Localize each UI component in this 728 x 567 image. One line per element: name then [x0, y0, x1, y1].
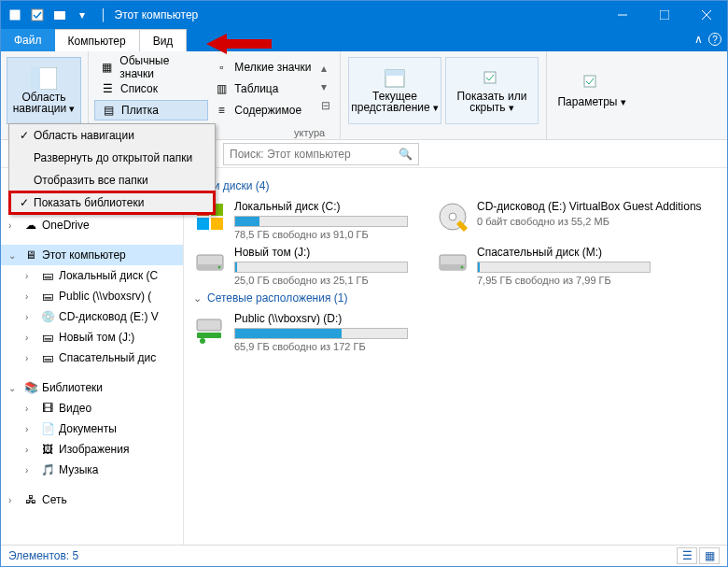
- tree-thispc[interactable]: ⌄🖥Этот компьютер: [1, 245, 183, 265]
- drive-subtext: 65,9 ГБ свободно из 172 ГБ: [234, 341, 408, 352]
- search-icon: 🔍: [399, 148, 413, 161]
- drive-item[interactable]: Public (\\vboxsrv) (D:) 65,9 ГБ свободно…: [193, 312, 408, 352]
- dd-allfolders[interactable]: Отобразить все папки: [9, 169, 215, 191]
- qat-checkbox-icon[interactable]: [27, 5, 48, 25]
- tree-rescue[interactable]: ›🖴Спасательный дис: [1, 347, 183, 368]
- navpane-button[interactable]: Область навигации ▾: [7, 57, 81, 124]
- drive-icon: [193, 312, 227, 346]
- drive-item[interactable]: CD-дисковод (E:) VirtualBox Guest Additi…: [436, 200, 651, 240]
- qat-dropdown-icon[interactable]: ▾: [72, 5, 92, 25]
- drive-subtext: 0 байт свободно из 55,2 МБ: [477, 216, 702, 227]
- drive-name: CD-дисковод (E:) VirtualBox Guest Additi…: [477, 200, 702, 213]
- svg-rect-1: [32, 9, 43, 21]
- svg-rect-0: [9, 9, 21, 21]
- layout-normal-icons[interactable]: ▦Обычные значки: [94, 57, 208, 78]
- svg-rect-4: [660, 10, 669, 20]
- tab-file[interactable]: Файл: [1, 29, 55, 51]
- tab-view[interactable]: Вид: [140, 29, 188, 51]
- drive-icon: [193, 246, 227, 279]
- layout-scroll-up-icon[interactable]: ▴: [321, 62, 330, 75]
- layout-scroll-down-icon[interactable]: ▾: [321, 80, 330, 93]
- layout-small-icons[interactable]: ▫Мелкие значки: [208, 57, 317, 78]
- section-network-header[interactable]: ⌄Сетевые расположения (1): [193, 291, 718, 305]
- tab-computer[interactable]: Компьютер: [55, 29, 140, 51]
- ribbon-tabs: Файл Компьютер Вид ∧ ?: [1, 29, 727, 51]
- search-input[interactable]: Поиск: Этот компьютер 🔍: [223, 143, 419, 165]
- svg-rect-28: [197, 333, 221, 338]
- tree-libraries[interactable]: ⌄📚Библиотеки: [1, 377, 183, 398]
- tree-video[interactable]: ›🎞Видео: [1, 398, 183, 418]
- help-icon[interactable]: ?: [708, 33, 721, 46]
- svg-rect-17: [211, 218, 223, 230]
- svg-rect-27: [197, 319, 221, 331]
- drive-subtext: 25,0 ГБ свободно из 25,1 ГБ: [234, 275, 408, 286]
- view-large-icon[interactable]: ▦: [699, 547, 720, 564]
- layout-expand-icon[interactable]: ⊟: [321, 99, 330, 112]
- svg-rect-11: [385, 70, 404, 76]
- content-pane: ства и диски (4) Локальный диск (C:) 78,…: [184, 168, 727, 545]
- dd-expand[interactable]: Развернуть до открытой папки: [9, 147, 215, 169]
- tree-local-c[interactable]: ›🖴Локальный диск (C: [1, 265, 183, 286]
- show-hide-button[interactable]: Показать или скрыть ▾: [445, 57, 539, 124]
- tree-network[interactable]: ›🖧Сеть: [1, 489, 183, 510]
- qat-newfolder-icon[interactable]: [49, 5, 70, 25]
- layout-content[interactable]: ≡Содержимое: [208, 100, 317, 120]
- drive-name: Новый том (J:): [234, 246, 408, 259]
- layout-tiles[interactable]: ▤Плитка: [94, 100, 208, 120]
- current-view-button[interactable]: Текущее представление ▾: [348, 57, 441, 124]
- drive-subtext: 78,5 ГБ свободно из 91,0 ГБ: [234, 229, 408, 240]
- drive-item[interactable]: Новый том (J:) 25,0 ГБ свободно из 25,1 …: [193, 246, 408, 286]
- tree-onedrive[interactable]: ›☁OneDrive: [1, 215, 183, 235]
- svg-rect-16: [197, 218, 209, 230]
- tree-music[interactable]: ›🎵Музыка: [1, 460, 183, 480]
- tree-cd[interactable]: ›💿CD-дисковод (E:) V: [1, 306, 183, 327]
- close-button[interactable]: [685, 1, 727, 29]
- nav-tree: ›☁OneDrive ⌄🖥Этот компьютер ›🖴Локальный …: [1, 168, 184, 545]
- status-bar: Элементов: 5 ☰ ▦: [1, 545, 727, 566]
- drive-icon: [436, 246, 469, 279]
- svg-point-23: [218, 266, 221, 269]
- tree-public[interactable]: ›🖴Public (\\vboxsrv) (: [1, 286, 183, 306]
- svg-point-19: [449, 213, 456, 220]
- tree-newvol[interactable]: ›🖴Новый том (J:): [1, 327, 183, 347]
- maximize-button[interactable]: [643, 1, 685, 29]
- svg-point-29: [200, 338, 205, 344]
- svg-point-26: [461, 266, 464, 269]
- svg-rect-12: [484, 72, 496, 83]
- drive-name: Спасательный диск (M:): [477, 246, 651, 259]
- layout-list[interactable]: ☰Список: [94, 78, 208, 99]
- drive-item[interactable]: Локальный диск (C:) 78,5 ГБ свободно из …: [193, 200, 408, 240]
- navpane-dropdown: ✓Область навигации Развернуть до открыто…: [8, 123, 216, 215]
- layout-table[interactable]: ▥Таблица: [208, 78, 317, 99]
- minimize-button[interactable]: [601, 1, 643, 29]
- dd-navpane[interactable]: ✓Область навигации: [9, 124, 215, 147]
- ribbon-collapse-icon[interactable]: ∧: [694, 33, 703, 46]
- drive-item[interactable]: Спасательный диск (M:) 7,95 ГБ свободно …: [436, 246, 651, 286]
- tree-documents[interactable]: ›📄Документы: [1, 418, 183, 439]
- window-title: Этот компьютер: [115, 8, 602, 21]
- options-button[interactable]: Параметры ▾: [554, 57, 629, 124]
- tree-pictures[interactable]: ›🖼Изображения: [1, 439, 183, 460]
- svg-rect-9: [31, 67, 40, 90]
- svg-rect-13: [584, 76, 595, 87]
- drive-name: Локальный диск (C:): [234, 200, 408, 213]
- svg-rect-2: [54, 11, 65, 20]
- ribbon-group-layout-label: уктура: [294, 127, 325, 138]
- drive-icon: [436, 200, 469, 234]
- titlebar: ▾ │ Этот компьютер: [1, 1, 727, 29]
- status-text: Элементов: 5: [8, 549, 78, 562]
- dd-libraries[interactable]: ✓Показать библиотеки: [9, 191, 215, 214]
- drive-name: Public (\\vboxsrv) (D:): [234, 312, 408, 325]
- view-details-icon[interactable]: ☰: [677, 547, 697, 564]
- drive-subtext: 7,95 ГБ свободно из 7,99 ГБ: [477, 275, 651, 286]
- section-devices-header[interactable]: ства и диски (4): [188, 179, 718, 192]
- qat-properties-icon[interactable]: [5, 5, 25, 25]
